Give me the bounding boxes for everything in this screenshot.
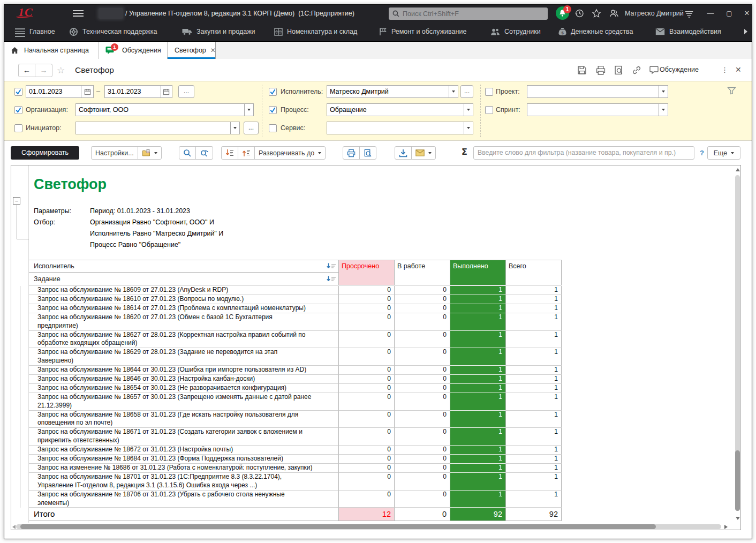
period-more-button[interactable]: ...	[178, 85, 194, 98]
back-button[interactable]: ←	[19, 64, 35, 77]
collapse-rows-button[interactable]	[222, 147, 238, 159]
global-search-input[interactable]: Поиск Ctrl+Shift+F	[389, 7, 548, 20]
preview-button[interactable]	[359, 147, 376, 159]
service-checkbox[interactable]	[269, 124, 277, 132]
cancel-search-button[interactable]	[195, 147, 213, 159]
sprint-input[interactable]	[527, 103, 668, 116]
executor-checkbox[interactable]	[269, 88, 277, 96]
initiator-checkbox[interactable]	[14, 124, 22, 132]
table-row[interactable]: Запрос на обслуживание № 18629 от 28.01.…	[29, 348, 562, 366]
dropdown-icon[interactable]	[464, 122, 473, 134]
scroll-left-icon[interactable]	[12, 525, 16, 529]
menu-item-8[interactable]: Взаимодействия	[655, 22, 721, 41]
service-input[interactable]	[327, 122, 473, 134]
period-from-input[interactable]: 01.01.2023	[26, 85, 94, 98]
table-row[interactable]: Запрос на обслуживание № 18614 от 27.01.…	[29, 304, 562, 313]
table-row[interactable]: Запрос на обслуживание № 18672 от 31.01.…	[29, 446, 562, 455]
history-icon[interactable]	[574, 9, 584, 18]
dropdown-icon[interactable]	[449, 86, 458, 97]
executor-more-button[interactable]: ...	[460, 85, 473, 98]
expand-rows-button[interactable]	[238, 147, 254, 159]
table-row[interactable]: Запрос на обслуживание № 18684 от 31.01.…	[29, 455, 562, 464]
tab-discussions[interactable]: 1 Обсуждения	[99, 42, 168, 59]
table-row[interactable]: Запрос на обслуживание № 18671 от 31.01.…	[29, 428, 562, 446]
table-row[interactable]: Запрос на обслуживание № 18610 от 27.01.…	[29, 295, 562, 304]
print-preview-icon[interactable]	[614, 65, 624, 75]
table-row[interactable]: Запрос на обслуживание № 18620 от 27.01.…	[29, 313, 562, 331]
initiator-more-button[interactable]: ...	[244, 122, 259, 134]
dropdown-icon[interactable]	[464, 104, 473, 116]
menu-overflow-arrow-icon[interactable]	[744, 29, 747, 34]
print-icon[interactable]	[596, 65, 606, 75]
vertical-scrollbar[interactable]	[734, 165, 741, 523]
quick-filter-input[interactable]: Введите слово для фильтра (название това…	[473, 146, 694, 160]
close-form-icon[interactable]: ✕	[735, 59, 742, 81]
table-row[interactable]: Запрос на обслуживание № 18701 от 31.01.…	[29, 473, 562, 491]
settings-button[interactable]: Настройки...	[92, 147, 138, 159]
scroll-up-icon[interactable]	[736, 168, 740, 171]
column-inprogress[interactable]: В работе	[395, 260, 450, 285]
menu-item-5[interactable]: Ремонт и обслуживание	[379, 22, 466, 41]
titlebar-menu-icon[interactable]	[73, 10, 84, 17]
organization-input[interactable]: Софтонит, ООО	[75, 103, 254, 116]
table-row[interactable]: Запрос на обслуживание № 18658 от 31.01.…	[29, 411, 562, 428]
menu-item-3[interactable]: Закупки и продажи	[182, 22, 255, 41]
organization-checkbox[interactable]	[14, 106, 22, 114]
more-button[interactable]: Еще	[707, 146, 740, 160]
horizontal-scrollbar[interactable]	[11, 523, 734, 530]
minimize-button[interactable]: —	[705, 5, 716, 22]
tab-home[interactable]: Начальная страница	[4, 42, 99, 59]
report-variants-button[interactable]	[138, 147, 161, 159]
table-row[interactable]: Запрос на обслуживание № 18609 от 27.01.…	[29, 286, 562, 295]
add-favorite-star-icon[interactable]: ☆	[57, 65, 65, 76]
table-row[interactable]: Запрос на обслуживание № 18646 от 30.01.…	[29, 375, 562, 384]
table-row[interactable]: Запрос на обслуживание № 18657 от 30.01.…	[29, 393, 562, 411]
sort-icon[interactable]	[326, 262, 337, 270]
tab-svetofor[interactable]: Светофор ✕	[168, 42, 216, 59]
menu-item-7[interactable]: $Денежные средства	[558, 22, 633, 41]
user-sessions-icon[interactable]	[609, 9, 619, 18]
scroll-right-icon[interactable]	[724, 525, 728, 529]
table-row[interactable]: Запрос на обслуживание № 18644 от 30.01.…	[29, 366, 562, 375]
table-row[interactable]: Запрос на обслуживание № 18654 от 30.01.…	[29, 384, 562, 393]
table-row[interactable]: Запрос на обслуживание № 18627 от 28.01.…	[29, 331, 562, 349]
get-link-icon[interactable]	[632, 65, 641, 75]
process-checkbox[interactable]	[269, 106, 277, 114]
autosum-icon[interactable]: Σ	[462, 147, 467, 157]
initiator-input[interactable]	[75, 122, 240, 134]
dropdown-icon[interactable]	[230, 122, 239, 134]
filter-funnel-icon[interactable]	[727, 87, 736, 95]
project-input[interactable]	[527, 85, 668, 98]
find-button[interactable]	[179, 147, 195, 159]
tab-close-icon[interactable]: ✕	[210, 47, 216, 54]
sprint-checkbox[interactable]	[485, 106, 493, 114]
column-task[interactable]: Задание	[29, 273, 338, 285]
forward-button[interactable]: →	[35, 64, 52, 77]
save-icon[interactable]	[577, 65, 587, 75]
sort-icon[interactable]	[326, 275, 337, 283]
current-user-name[interactable]: Матреско Дмитрий	[625, 5, 684, 22]
maximize-button[interactable]: ▢	[724, 5, 735, 22]
project-checkbox[interactable]	[485, 88, 493, 96]
sections-menu-icon[interactable]	[15, 28, 25, 35]
more-actions-icon[interactable]: ⋮	[721, 59, 728, 81]
period-to-input[interactable]: 31.01.2023	[104, 85, 172, 98]
menu-item-1[interactable]: Главное	[29, 22, 55, 41]
horizontal-scroll-thumb[interactable]	[20, 524, 656, 529]
print-report-button[interactable]	[343, 147, 359, 159]
save-report-button[interactable]	[395, 147, 411, 159]
dropdown-icon[interactable]	[244, 104, 253, 116]
menu-item-4[interactable]: Номенклатура и склад	[274, 22, 357, 41]
close-window-button[interactable]: ✕	[742, 5, 752, 22]
scroll-down-icon[interactable]	[736, 517, 740, 520]
column-done[interactable]: Выполнено	[450, 260, 506, 285]
send-email-button[interactable]	[411, 147, 435, 159]
calendar-icon[interactable]	[160, 86, 172, 97]
generate-button[interactable]: Сформировать	[11, 146, 79, 160]
discussion-label[interactable]: Обсуждение	[660, 59, 699, 81]
process-input[interactable]: Обращение	[327, 103, 473, 116]
period-checkbox[interactable]	[14, 88, 22, 96]
help-icon[interactable]: ?	[700, 146, 704, 160]
favorites-star-icon[interactable]	[592, 9, 601, 18]
dropdown-icon[interactable]	[659, 86, 668, 97]
